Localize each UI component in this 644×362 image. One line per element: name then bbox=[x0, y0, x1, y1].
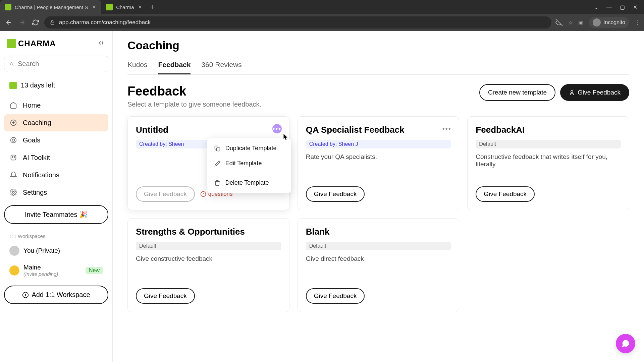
give-feedback-button[interactable]: Give Feedback bbox=[136, 186, 195, 202]
avatar bbox=[9, 265, 19, 276]
tab-kudos[interactable]: Kudos bbox=[127, 58, 148, 74]
dropdown-duplicate[interactable]: Duplicate Template bbox=[207, 141, 291, 156]
workspace-sub: (Invite pending) bbox=[23, 271, 58, 277]
nav-item-ai-toolkit[interactable]: AI Toolkit bbox=[4, 149, 108, 166]
card-description: Constructive feedback that writes itself… bbox=[476, 153, 621, 180]
tab-feedback[interactable]: Feedback bbox=[158, 58, 191, 74]
svg-rect-0 bbox=[51, 22, 54, 24]
close-icon[interactable]: ✕ bbox=[138, 4, 143, 10]
nav-list: Home Coaching Goals AI Toolkit Notificat… bbox=[4, 97, 108, 201]
card-title: Blank bbox=[306, 227, 451, 237]
svg-point-6 bbox=[12, 157, 13, 158]
tab-title: Charma bbox=[116, 4, 134, 10]
collapse-sidebar-button[interactable] bbox=[98, 40, 106, 48]
nav-label: Home bbox=[23, 102, 41, 109]
default-badge: Default bbox=[136, 242, 281, 250]
incognito-avatar-icon bbox=[593, 18, 601, 26]
search-icon bbox=[10, 60, 14, 68]
card-description: Rate your QA specialists. bbox=[306, 153, 451, 180]
url-text: app.charma.com/coaching/feedback bbox=[59, 19, 151, 26]
svg-point-8 bbox=[12, 191, 14, 193]
workspace-item[interactable]: You (Private) bbox=[4, 242, 108, 260]
browser-tab[interactable]: Charma ✕ bbox=[101, 0, 147, 14]
lock-icon bbox=[50, 20, 55, 25]
template-card[interactable]: ••• QA Specialist Feedback Created by: S… bbox=[298, 116, 460, 210]
close-icon[interactable]: ✕ bbox=[91, 4, 97, 10]
card-title: Untitled bbox=[136, 125, 281, 135]
kebab-menu-icon[interactable]: ⋮ bbox=[635, 19, 640, 26]
maximize-icon[interactable]: ▢ bbox=[620, 4, 625, 10]
nav-item-coaching[interactable]: Coaching bbox=[4, 114, 108, 131]
browser-url-bar: app.charma.com/coaching/feedback ☆ ▣ Inc… bbox=[0, 14, 644, 31]
tab-360-reviews[interactable]: 360 Reviews bbox=[201, 58, 241, 74]
give-feedback-button[interactable]: Give Feedback bbox=[476, 186, 535, 202]
workspace-item[interactable]: Maine (Invite pending) New bbox=[4, 260, 108, 281]
minimize-icon[interactable]: — bbox=[606, 4, 612, 10]
url-input[interactable]: app.charma.com/coaching/feedback bbox=[44, 16, 551, 28]
incognito-label: Incognito bbox=[603, 19, 625, 25]
add-workspace-label: Add 1:1 Workspace bbox=[32, 291, 90, 299]
browser-tab-active[interactable]: Charma | People Management S ✕ bbox=[0, 0, 101, 14]
tabs: Kudos Feedback 360 Reviews bbox=[127, 58, 629, 75]
nav-item-settings[interactable]: Settings bbox=[4, 184, 108, 201]
reload-button[interactable] bbox=[31, 18, 40, 27]
svg-point-7 bbox=[14, 157, 15, 158]
template-card[interactable]: Strengths & Opportunities Default Give c… bbox=[127, 218, 289, 312]
give-feedback-button[interactable]: Give Feedback bbox=[136, 288, 195, 304]
svg-point-4 bbox=[12, 139, 14, 141]
give-feedback-button[interactable]: Give Feedback bbox=[560, 84, 629, 101]
dropdown-label: Delete Template bbox=[225, 179, 269, 186]
extensions-icon[interactable]: ▣ bbox=[578, 19, 583, 26]
coaching-icon bbox=[9, 119, 17, 127]
give-feedback-button[interactable]: Give Feedback bbox=[306, 186, 365, 202]
trash-icon bbox=[214, 180, 221, 186]
nav-label: Coaching bbox=[23, 119, 51, 127]
ai-icon bbox=[9, 154, 17, 162]
card-menu-button[interactable]: ••• bbox=[272, 124, 282, 133]
incognito-badge[interactable]: Incognito bbox=[589, 17, 629, 28]
add-workspace-button[interactable]: Add 1:1 Workspace bbox=[4, 286, 108, 304]
card-menu-button[interactable]: ••• bbox=[442, 124, 451, 133]
logo[interactable]: CHARMA bbox=[7, 39, 56, 48]
card-title: Strengths & Opportunities bbox=[136, 227, 281, 237]
invite-teammates-button[interactable]: Invite Teammates 🎉 bbox=[4, 205, 108, 224]
create-template-button[interactable]: Create new template bbox=[479, 84, 555, 101]
search-input[interactable] bbox=[4, 56, 108, 72]
nav-label: Goals bbox=[23, 136, 40, 144]
give-feedback-button[interactable]: Give Feedback bbox=[306, 288, 365, 304]
bookmark-icon[interactable]: ☆ bbox=[568, 19, 573, 26]
sidebar: CHARMA 13 days left Home Coaching bbox=[0, 31, 113, 362]
forward-button[interactable] bbox=[17, 18, 27, 27]
dropdown-edit[interactable]: Edit Template bbox=[207, 156, 291, 171]
template-card[interactable]: Blank Default Give direct feedback Give … bbox=[298, 218, 460, 312]
search-field[interactable] bbox=[18, 60, 103, 68]
nav-item-home[interactable]: Home bbox=[4, 97, 108, 114]
template-card[interactable]: FeedbackAI Default Constructive feedback… bbox=[467, 116, 629, 210]
svg-point-1 bbox=[10, 62, 13, 65]
nav-item-notifications[interactable]: Notifications bbox=[4, 166, 108, 184]
tab-favicon bbox=[5, 4, 11, 10]
avatar bbox=[9, 246, 19, 256]
trial-banner[interactable]: 13 days left bbox=[4, 77, 108, 94]
close-window-icon[interactable]: ✕ bbox=[633, 4, 637, 10]
card-title: QA Specialist Feedback bbox=[306, 125, 451, 135]
new-tab-button[interactable]: + bbox=[148, 2, 158, 12]
chat-fab[interactable] bbox=[616, 334, 635, 353]
browser-tab-strip: Charma | People Management S ✕ Charma ✕ … bbox=[0, 0, 644, 14]
main-content: Coaching Kudos Feedback 360 Reviews Feed… bbox=[113, 31, 644, 362]
back-button[interactable] bbox=[4, 18, 13, 27]
template-card[interactable]: ••• Untitled Created by: Sheen Give Feed… bbox=[127, 116, 289, 210]
gear-icon bbox=[9, 188, 17, 196]
workspace-name: Maine bbox=[23, 264, 58, 271]
dropdown-label: Edit Template bbox=[225, 160, 262, 167]
section-subtitle: Select a template to give someone feedba… bbox=[127, 101, 261, 108]
nav-item-goals[interactable]: Goals bbox=[4, 131, 108, 149]
dropdown-delete[interactable]: Delete Template bbox=[207, 175, 291, 190]
chevron-down-icon[interactable]: ⌄ bbox=[594, 4, 598, 10]
home-icon bbox=[9, 101, 17, 109]
eye-off-icon[interactable] bbox=[555, 19, 563, 26]
nav-label: AI Toolkit bbox=[23, 154, 50, 162]
card-description: Give direct feedback bbox=[306, 255, 451, 282]
template-grid: ••• Untitled Created by: Sheen Give Feed… bbox=[127, 116, 629, 312]
card-dropdown-menu: Duplicate Template Edit Template Delete … bbox=[207, 138, 291, 193]
